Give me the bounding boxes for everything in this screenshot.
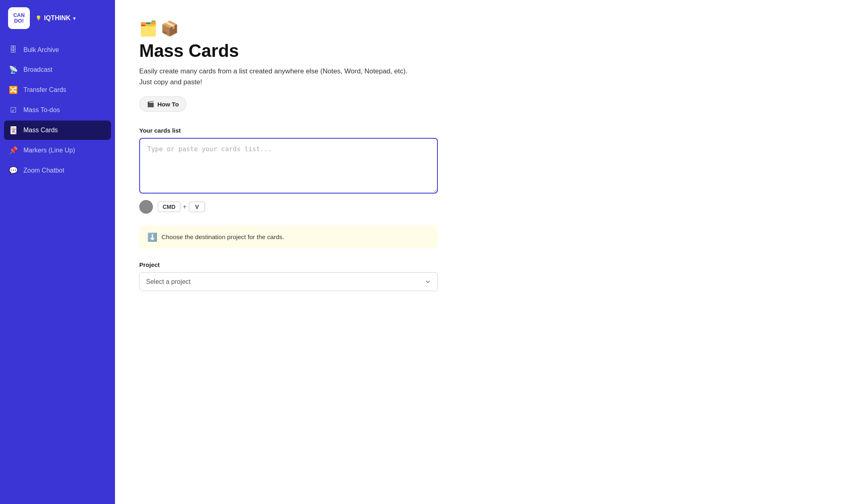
sidebar-item-label: Broadcast [23, 66, 52, 73]
how-to-button[interactable]: 🎬 How To [139, 96, 186, 112]
sidebar-item-label: Zoom Chatbot [23, 167, 64, 174]
info-banner: ⬇️ Choose the destination project for th… [139, 226, 438, 248]
mass-todos-icon: ☑ [9, 106, 18, 115]
paste-circle-icon [139, 200, 153, 214]
zoom-chatbot-icon: 💬 [9, 166, 18, 175]
app-logo: CANDO! [8, 7, 30, 29]
mass-cards-icon: 🃏 [9, 126, 18, 135]
bulk-archive-icon: 🗄 [9, 46, 18, 54]
sidebar-item-mass-todos[interactable]: ☑ Mass To-dos [0, 100, 115, 120]
page-icon-filing: 🗂️ [139, 20, 157, 37]
main-content: 🗂️ 📦 Mass Cards Easily create many cards… [115, 0, 866, 504]
cards-list-label: Your cards list [139, 127, 842, 134]
sidebar-item-bulk-archive[interactable]: 🗄 Bulk Archive [0, 40, 115, 59]
page-icons: 🗂️ 📦 [139, 20, 842, 37]
sidebar-item-label: Markers (Line Up) [23, 147, 75, 154]
sidebar-item-label: Mass Cards [23, 127, 58, 134]
workspace-name: IQTHINK [44, 15, 71, 22]
cards-list-textarea[interactable] [139, 138, 438, 194]
sidebar-item-broadcast[interactable]: 📡 Broadcast [0, 60, 115, 79]
broadcast-icon: 📡 [9, 65, 18, 74]
chevron-down-icon: ▾ [73, 15, 76, 21]
paste-hint: CMD + V [139, 200, 842, 214]
info-banner-text: Choose the destination project for the c… [161, 233, 284, 241]
markers-icon: 📌 [9, 146, 18, 155]
sidebar-header: CANDO! 💡 IQTHINK ▾ [0, 0, 115, 36]
sidebar-item-transfer-cards[interactable]: 🔀 Transfer Cards [0, 80, 115, 100]
plus-sign: + [183, 203, 186, 210]
sidebar-item-zoom-chatbot[interactable]: 💬 Zoom Chatbot [0, 161, 115, 180]
project-select[interactable]: Select a project [139, 272, 438, 291]
keyboard-shortcut: CMD + V [158, 202, 205, 212]
sidebar-item-label: Mass To-dos [23, 106, 60, 114]
sidebar: CANDO! 💡 IQTHINK ▾ 🗄 Bulk Archive 📡 Broa… [0, 0, 115, 504]
page-description: Easily create many cards from a list cre… [139, 66, 414, 87]
transfer-cards-icon: 🔀 [9, 85, 18, 94]
sidebar-item-label: Bulk Archive [23, 46, 59, 54]
how-to-label: How To [157, 101, 179, 108]
v-key: V [189, 202, 205, 212]
page-icon-box: 📦 [161, 20, 179, 37]
page-title: Mass Cards [139, 41, 842, 60]
sidebar-item-markers[interactable]: 📌 Markers (Line Up) [0, 141, 115, 160]
project-label: Project [139, 261, 842, 268]
sidebar-nav: 🗄 Bulk Archive 📡 Broadcast 🔀 Transfer Ca… [0, 36, 115, 184]
workspace-icon: 💡 [36, 15, 42, 21]
cmd-key: CMD [158, 202, 180, 212]
sidebar-item-mass-cards[interactable]: 🃏 Mass Cards [4, 121, 111, 140]
how-to-icon: 🎬 [147, 100, 155, 108]
workspace-selector[interactable]: 💡 IQTHINK ▾ [36, 15, 76, 22]
sidebar-item-label: Transfer Cards [23, 86, 66, 94]
info-banner-icon: ⬇️ [147, 232, 157, 242]
